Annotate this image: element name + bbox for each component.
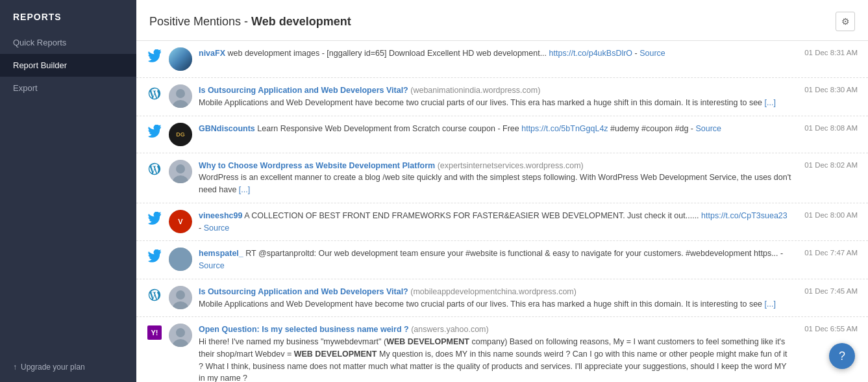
feed-timestamp: 01 Dec 7:45 AM bbox=[804, 287, 858, 295]
settings-button[interactable]: ⚙ bbox=[836, 12, 855, 31]
feed-domain: (answers.yahoo.com) bbox=[411, 325, 489, 334]
wordpress-icon bbox=[147, 86, 162, 101]
twitter-icon bbox=[147, 249, 162, 264]
feed-item: Is Outsourcing Application and Web Devel… bbox=[136, 279, 868, 318]
title-separator: - bbox=[241, 15, 251, 28]
feed-item: DGGBNdiscounts Learn Responsive Web Deve… bbox=[136, 116, 868, 153]
feed-link[interactable]: https://t.co/CpT3suea23 bbox=[701, 211, 787, 220]
feed-text: nivaFX web development images - [nggalle… bbox=[199, 49, 665, 58]
feed-link[interactable]: https://t.co/5bTnGgqL4z bbox=[521, 124, 608, 133]
feed-item: Vvineeshc99 A COLLECTION OF BEST FRONT E… bbox=[136, 203, 868, 242]
feed-link[interactable]: https://t.co/p4ukBsDlrO bbox=[549, 49, 633, 58]
upgrade-plan-button[interactable]: ↑ Upgrade your plan bbox=[0, 352, 136, 382]
main-content: Positive Mentions - Web development ⚙ ni… bbox=[136, 0, 868, 382]
yahoo-icon: Y! bbox=[147, 325, 162, 340]
wordpress-icon bbox=[147, 287, 162, 303]
svg-point-10 bbox=[176, 328, 185, 337]
feed-text: Why to Choose Wordpress as Website Devel… bbox=[199, 161, 791, 195]
feed-author: GBNdiscounts bbox=[199, 124, 255, 133]
avatar bbox=[169, 286, 192, 309]
source-link[interactable]: Source bbox=[695, 124, 721, 133]
feed-item: nivaFX web development images - [nggalle… bbox=[136, 41, 868, 78]
feed-link[interactable]: [...] bbox=[239, 185, 250, 194]
feed-item: Why to Choose Wordpress as Website Devel… bbox=[136, 153, 868, 203]
highlighted-text: WEB DEVELOPMENT bbox=[294, 350, 377, 359]
feed-author: nivaFX bbox=[199, 49, 225, 58]
feed-text: GBNdiscounts Learn Responsive Web Develo… bbox=[199, 124, 721, 133]
feed-content: Why to Choose Wordpress as Website Devel… bbox=[199, 160, 791, 196]
title-topic: Web development bbox=[251, 15, 351, 28]
feed-text: hemspatel_ RT @spartanproltd: Our web de… bbox=[199, 249, 783, 270]
feed-title-link[interactable]: Open Question: Is my selected business n… bbox=[199, 325, 409, 334]
feed-author: vineeshc99 bbox=[199, 211, 242, 220]
feed-text: Is Outsourcing Application and Web Devel… bbox=[199, 86, 776, 107]
feed-timestamp: 01 Dec 8:31 AM bbox=[804, 49, 858, 57]
feed-domain: (mobileappdevelopmentchina.wordpress.com… bbox=[410, 287, 577, 296]
feed-timestamp: 01 Dec 8:00 AM bbox=[804, 211, 858, 219]
sidebar-title: REPORTS bbox=[0, 0, 136, 31]
feed-timestamp: 01 Dec 7:47 AM bbox=[804, 249, 858, 257]
chat-button[interactable]: ? bbox=[829, 343, 855, 369]
sidebar: REPORTS Quick Reports Report Builder Exp… bbox=[0, 0, 136, 382]
avatar: DG bbox=[169, 123, 192, 146]
feed-link[interactable]: [...] bbox=[765, 299, 776, 309]
main-header: Positive Mentions - Web development ⚙ bbox=[136, 0, 868, 41]
feed-text: vineeshc99 A COLLECTION OF BEST FRONT EN… bbox=[199, 211, 787, 233]
feed-content: vineeshc99 A COLLECTION OF BEST FRONT EN… bbox=[199, 210, 791, 235]
upgrade-label: Upgrade your plan bbox=[21, 363, 85, 372]
sidebar-item-export[interactable]: Export bbox=[0, 77, 136, 99]
twitter-icon bbox=[147, 49, 162, 64]
svg-point-7 bbox=[176, 290, 185, 299]
feed-timestamp: 01 Dec 8:08 AM bbox=[804, 124, 858, 132]
feed-timestamp: 01 Dec 8:30 AM bbox=[804, 86, 858, 94]
highlighted-text: WEB DEVELOPMENT bbox=[386, 337, 469, 346]
avatar bbox=[169, 248, 192, 271]
avatar bbox=[169, 84, 192, 108]
feed-domain: (expertsinternetservices.wordpress.com) bbox=[438, 161, 584, 170]
feed-item: Y!Open Question: Is my selected business… bbox=[136, 317, 868, 382]
twitter-icon bbox=[147, 124, 162, 140]
sidebar-item-report-builder[interactable]: Report Builder bbox=[0, 54, 136, 77]
wordpress-icon bbox=[147, 161, 162, 177]
source-link[interactable]: Source bbox=[204, 223, 230, 233]
feed-content: GBNdiscounts Learn Responsive Web Develo… bbox=[199, 123, 791, 135]
feed-item: Is Outsourcing Application and Web Devel… bbox=[136, 78, 868, 116]
feed-content: nivaFX web development images - [nggalle… bbox=[199, 47, 791, 60]
feed-timestamp: 01 Dec 8:02 AM bbox=[804, 161, 858, 169]
avatar: V bbox=[169, 210, 192, 233]
feed-domain: (webanimationindia.wordpress.com) bbox=[410, 86, 540, 95]
source-link[interactable]: Source bbox=[639, 49, 665, 58]
svg-point-1 bbox=[176, 89, 185, 98]
feed-link[interactable]: [...] bbox=[765, 98, 776, 107]
feed-text: Is Outsourcing Application and Web Devel… bbox=[199, 287, 776, 309]
feed-title-link[interactable]: Is Outsourcing Application and Web Devel… bbox=[199, 86, 408, 95]
feed-list: nivaFX web development images - [nggalle… bbox=[136, 41, 868, 382]
feed-content: Is Outsourcing Application and Web Devel… bbox=[199, 286, 791, 311]
feed-item: hemspatel_ RT @spartanproltd: Our web de… bbox=[136, 241, 868, 279]
svg-point-4 bbox=[176, 164, 185, 173]
feed-content: Is Outsourcing Application and Web Devel… bbox=[199, 84, 791, 109]
source-link[interactable]: Source bbox=[199, 261, 225, 270]
title-prefix: Positive Mentions bbox=[149, 15, 241, 28]
sidebar-item-quick-reports[interactable]: Quick Reports bbox=[0, 31, 136, 54]
feed-title-link[interactable]: Why to Choose Wordpress as Website Devel… bbox=[199, 161, 435, 170]
avatar bbox=[169, 324, 192, 347]
feed-timestamp: 01 Dec 6:55 AM bbox=[804, 325, 858, 333]
feed-author: hemspatel_ bbox=[199, 249, 243, 258]
feed-content: hemspatel_ RT @spartanproltd: Our web de… bbox=[199, 248, 791, 272]
avatar bbox=[169, 160, 192, 183]
feed-title-link[interactable]: Is Outsourcing Application and Web Devel… bbox=[199, 287, 408, 296]
feed-content: Open Question: Is my selected business n… bbox=[199, 324, 791, 382]
page-title: Positive Mentions - Web development bbox=[149, 15, 351, 29]
feed-text: Open Question: Is my selected business n… bbox=[199, 325, 787, 382]
upgrade-icon: ↑ bbox=[13, 363, 17, 372]
twitter-icon bbox=[147, 211, 162, 227]
avatar bbox=[169, 47, 192, 71]
